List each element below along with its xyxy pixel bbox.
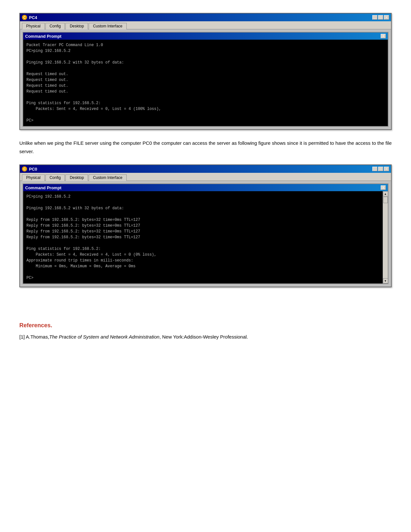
cmd-close-pc4[interactable]: X xyxy=(381,34,386,38)
tab-physical-pc4[interactable]: Physical xyxy=(22,23,45,29)
tab-desktop-pc4[interactable]: Desktop xyxy=(65,23,88,29)
ref1-publisher: , New York:Addison-Wesley Professional. xyxy=(160,334,248,340)
window-pc0-title: PC0 xyxy=(29,167,37,172)
close-btn-pc4[interactable]: × xyxy=(384,15,389,20)
minimize-btn-pc4[interactable]: _ xyxy=(372,15,377,20)
titlebar-pc4: C PC4 _ □ × xyxy=(20,14,391,21)
window-inner-pc4: Command Prompt X Packet Tracer PC Comman… xyxy=(20,29,391,129)
cmd-body-pc0[interactable]: PC>ping 192.168.5.2 Pinging 192.168.5.2 … xyxy=(23,191,383,283)
references-heading: References. xyxy=(19,322,392,329)
minimize-btn-pc0[interactable]: _ xyxy=(372,167,377,171)
close-btn-pc0[interactable]: × xyxy=(384,167,389,171)
window-pc0: C PC0 _ □ × Physical Config Desktop Cust… xyxy=(19,164,392,287)
tab-custom-pc4[interactable]: Custom Interface xyxy=(89,23,126,29)
window-inner-pc0: Command Prompt X PC>ping 192.168.5.2 Pin… xyxy=(20,181,391,287)
tab-custom-pc0[interactable]: Custom Interface xyxy=(89,174,126,181)
ref1-number: [1] xyxy=(19,334,25,340)
tab-desktop-pc0[interactable]: Desktop xyxy=(65,174,88,181)
title-left-pc4: C PC4 xyxy=(22,15,37,20)
ref1-title: The Practice of System and Network Admin… xyxy=(49,334,160,340)
page-content: C PC4 _ □ × Physical Config Desktop Cust… xyxy=(19,13,392,341)
scrollbar-pc0[interactable]: ▲ ▼ xyxy=(383,191,388,283)
cmd-with-scroll-pc4: Packet Tracer PC Command Line 1.0 PC>pin… xyxy=(23,40,388,126)
title-left-pc0: C PC0 xyxy=(22,166,37,172)
cmd-text-pc0: PC>ping 192.168.5.2 Pinging 192.168.5.2 … xyxy=(26,194,379,281)
scroll-thumb-pc0[interactable] xyxy=(383,197,388,203)
cmd-window-pc0: Command Prompt X PC>ping 192.168.5.2 Pin… xyxy=(23,183,388,284)
tab-physical-pc0[interactable]: Physical xyxy=(22,174,45,181)
cmd-window-pc4: Command Prompt X Packet Tracer PC Comman… xyxy=(23,32,388,127)
spacer xyxy=(19,296,392,316)
cmd-with-scroll-pc0: PC>ping 192.168.5.2 Pinging 192.168.5.2 … xyxy=(23,191,388,283)
tab-config-pc0[interactable]: Config xyxy=(45,174,65,181)
window-pc4-title: PC4 xyxy=(29,15,37,20)
cmd-close-pc0[interactable]: X xyxy=(381,185,386,190)
cmd-body-pc4[interactable]: Packet Tracer PC Command Line 1.0 PC>pin… xyxy=(23,40,388,126)
cmd-text-pc4: Packet Tracer PC Command Line 1.0 PC>pin… xyxy=(26,42,385,123)
ref1-author: A.Thomas, xyxy=(26,334,49,340)
window1-controls[interactable]: _ □ × xyxy=(372,15,389,20)
scroll-up-pc0[interactable]: ▲ xyxy=(383,191,388,196)
tabs-pc4: Physical Config Desktop Custom Interface xyxy=(20,21,391,29)
cmd-title-pc4: Command Prompt xyxy=(25,34,62,39)
maximize-btn-pc4[interactable]: □ xyxy=(378,15,383,20)
tabs-pc0: Physical Config Desktop Custom Interface xyxy=(20,173,391,181)
pc4-icon: C xyxy=(22,15,27,20)
references-section: References. [1] A.Thomas,The Practice of… xyxy=(19,322,392,341)
cmd-titlebar-pc0: Command Prompt X xyxy=(23,184,388,191)
window-pc4: C PC4 _ □ × Physical Config Desktop Cust… xyxy=(19,13,392,130)
pc0-icon: C xyxy=(22,166,27,172)
scroll-track-pc0 xyxy=(383,196,388,278)
reference-1: [1] A.Thomas,The Practice of System and … xyxy=(19,333,392,341)
cmd-titlebar-pc4: Command Prompt X xyxy=(23,33,388,40)
window2-controls[interactable]: _ □ × xyxy=(372,167,389,171)
tab-config-pc4[interactable]: Config xyxy=(45,23,65,29)
maximize-btn-pc0[interactable]: □ xyxy=(378,167,383,171)
titlebar-pc0: C PC0 _ □ × xyxy=(20,165,391,173)
paragraph1: Unlike when we ping the FILE server usin… xyxy=(19,139,392,155)
cmd-title-pc0: Command Prompt xyxy=(25,185,62,190)
scroll-down-pc0[interactable]: ▼ xyxy=(383,278,388,283)
